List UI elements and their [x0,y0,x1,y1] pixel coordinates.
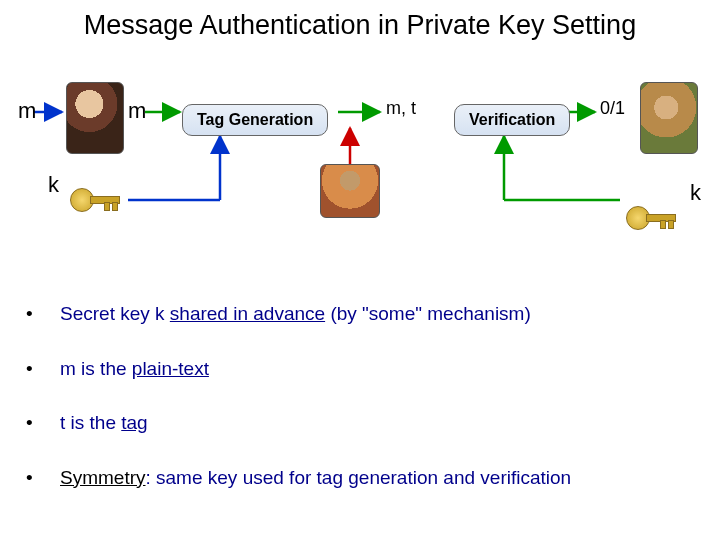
diagram-area: m m Tag Generation m, t Verification 0/1… [0,80,720,260]
bullet-item: • t is the tag [26,409,571,438]
bullet-list: • Secret key k shared in advance (by "so… [26,300,571,518]
verification-box: Verification [454,104,570,136]
bullet-item: • Symmetry: same key used for tag genera… [26,464,571,493]
label-m-between: m [128,98,146,124]
tag-generation-box: Tag Generation [182,104,328,136]
sender-icon [66,82,124,154]
bullet-item: • Secret key k shared in advance (by "so… [26,300,571,329]
label-k-right: k [690,180,701,206]
label-mt: m, t [386,98,416,119]
key-icon-right [626,206,676,228]
key-icon-left [70,188,120,210]
label-k-left: k [48,172,59,198]
receiver-icon [640,82,698,154]
bullet-item: • m is the plain-text [26,355,571,384]
label-output: 0/1 [600,98,625,119]
label-m-left: m [18,98,36,124]
adversary-icon [320,164,380,218]
slide-title: Message Authentication in Private Key Se… [0,0,720,41]
